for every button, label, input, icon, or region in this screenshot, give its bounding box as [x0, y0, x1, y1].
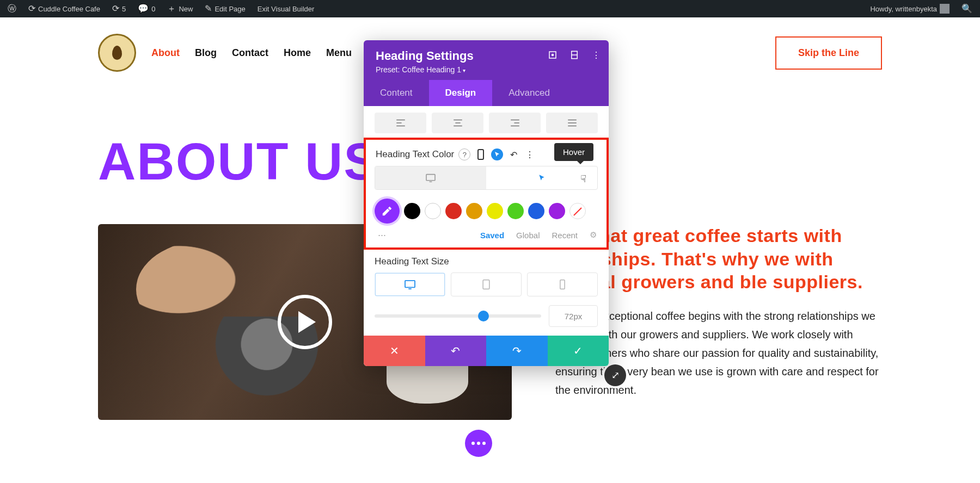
site-logo[interactable] — [98, 34, 136, 72]
help-icon[interactable]: ? — [458, 148, 470, 160]
tab-design[interactable]: Design — [429, 80, 493, 106]
text-align-row — [364, 106, 609, 135]
redo-button[interactable]: ↷ — [486, 336, 548, 366]
gear-icon[interactable]: ⚙ — [590, 230, 597, 240]
color-swatch[interactable] — [445, 203, 462, 219]
color-swatch[interactable] — [549, 203, 565, 219]
field-label-color: Heading Text Color — [376, 149, 454, 160]
device-desktop-button[interactable] — [375, 273, 445, 296]
updates-count: 5 — [122, 5, 126, 13]
heading-settings-panel: Heading Settings Preset: Coffee Heading … — [364, 40, 609, 366]
svg-rect-7 — [560, 280, 565, 289]
heading-size-section: Heading Text Size — [364, 250, 609, 336]
device-tablet-button[interactable] — [451, 273, 522, 296]
nav-home[interactable]: Home — [284, 47, 311, 59]
wp-admin-bar: ⓦ ⟳Cuddle Coffee Cafe ⟳5 💬0 ＋New ✎Edit P… — [0, 0, 980, 17]
greeting: Howdy, writtenbyekta — [870, 5, 937, 13]
color-swatch[interactable] — [487, 203, 503, 219]
slider-thumb[interactable] — [478, 311, 489, 321]
palette-tab-recent[interactable]: Recent — [552, 231, 578, 240]
wp-logo[interactable]: ⓦ — [4, 4, 20, 13]
avatar — [940, 4, 950, 14]
site-name-link[interactable]: ⟳Cuddle Coffee Cafe — [25, 4, 103, 13]
nav-contact[interactable]: Contact — [232, 47, 268, 59]
palette-drag-icon[interactable]: ⋯ — [378, 230, 387, 240]
color-swatch[interactable] — [507, 203, 524, 219]
state-hover-button[interactable]: ☟ — [486, 166, 597, 189]
device-phone-button[interactable] — [527, 273, 598, 296]
updates-link[interactable]: ⟳5 — [109, 4, 129, 13]
state-toggle-row: ☟ — [375, 166, 598, 190]
panel-header: Heading Settings Preset: Coffee Heading … — [364, 40, 609, 80]
svg-rect-6 — [483, 280, 489, 289]
play-icon[interactable] — [278, 295, 332, 349]
size-input[interactable] — [549, 305, 598, 327]
color-swatch[interactable] — [404, 203, 420, 219]
panel-resize-handle[interactable]: ⤢ — [604, 364, 626, 386]
kebab-icon[interactable]: ⋮ — [591, 50, 601, 60]
dots-icon — [471, 442, 486, 445]
palette-tab-global[interactable]: Global — [516, 231, 540, 240]
palette-tab-saved[interactable]: Saved — [480, 231, 504, 240]
color-swatch-none[interactable] — [569, 203, 586, 219]
color-swatch-row — [375, 195, 598, 227]
nav-about[interactable]: About — [151, 47, 180, 59]
nav-links: About Blog Contact Home Menu — [151, 47, 352, 59]
svg-rect-3 — [478, 150, 483, 159]
align-right-button[interactable] — [489, 113, 541, 133]
hover-tooltip: Hover — [554, 143, 593, 161]
size-slider-row — [375, 305, 598, 327]
phone-icon[interactable] — [475, 148, 487, 160]
tab-advanced[interactable]: Advanced — [492, 80, 566, 106]
tab-content[interactable]: Content — [364, 80, 429, 106]
skip-the-line-button[interactable]: Skip the Line — [775, 36, 882, 70]
panel-tabs: Content Design Advanced — [364, 80, 609, 106]
state-default-button[interactable] — [375, 166, 486, 189]
expand-icon[interactable] — [548, 50, 558, 60]
search-icon[interactable]: 🔍 — [958, 4, 976, 13]
panel-body: Heading Text Color ? ↶ ⋮ Hover ☟ — [364, 106, 609, 336]
comments-count: 0 — [151, 5, 155, 13]
align-left-button[interactable] — [375, 113, 426, 133]
site-name: Cuddle Coffee Cafe — [38, 5, 100, 13]
comments-link[interactable]: 💬0 — [134, 4, 158, 13]
responsive-device-row — [375, 273, 598, 296]
new-content-link[interactable]: ＋New — [164, 4, 196, 13]
cursor-icon[interactable] — [491, 148, 503, 160]
align-justify-button[interactable] — [546, 113, 598, 133]
highlighted-color-section: Heading Text Color ? ↶ ⋮ Hover ☟ — [364, 138, 609, 250]
palette-tabs: ⋯ Saved Global Recent ⚙ — [375, 227, 598, 242]
discard-button[interactable]: ✕ — [364, 336, 425, 366]
align-center-button[interactable] — [432, 113, 483, 133]
color-swatch[interactable] — [466, 203, 482, 219]
panel-footer: ✕ ↶ ↷ ✓ — [364, 336, 609, 366]
account-link[interactable]: Howdy, writtenbyekta — [867, 4, 953, 14]
hand-cursor-icon: ☟ — [580, 173, 586, 185]
color-swatch[interactable] — [425, 203, 441, 219]
size-slider[interactable] — [375, 314, 541, 318]
more-icon[interactable]: ⋮ — [524, 148, 536, 160]
reset-icon[interactable]: ↶ — [507, 148, 519, 160]
nav-menu[interactable]: Menu — [326, 47, 352, 59]
exit-visual-builder-link[interactable]: Exit Visual Builder — [254, 5, 318, 13]
svg-rect-5 — [405, 281, 415, 288]
svg-point-1 — [552, 54, 554, 56]
field-label-size: Heading Text Size — [375, 256, 598, 267]
undo-button[interactable]: ↶ — [425, 336, 487, 366]
nav-blog[interactable]: Blog — [195, 47, 217, 59]
preset-dropdown[interactable]: Preset: Coffee Heading 1 — [376, 65, 465, 74]
docs-icon[interactable] — [569, 50, 579, 60]
color-picker-button[interactable] — [375, 199, 400, 224]
color-swatch[interactable] — [528, 203, 544, 219]
edit-page-link[interactable]: ✎Edit Page — [201, 4, 248, 13]
save-button[interactable]: ✓ — [548, 336, 609, 366]
module-options-fab[interactable] — [465, 430, 492, 457]
svg-rect-4 — [426, 175, 435, 181]
